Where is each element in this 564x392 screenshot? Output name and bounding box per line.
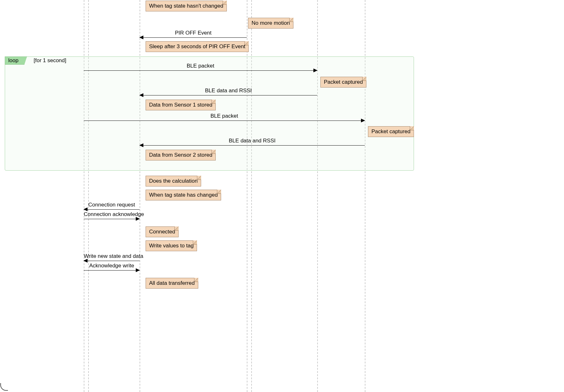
note-packet-captured-2: Packet captured <box>368 126 414 137</box>
note-sleep-pir-off: Sleep after 3 seconds of PIR OFF Event <box>146 41 249 52</box>
arrow-left-icon <box>83 207 88 211</box>
message-label: Connection request <box>84 202 140 208</box>
arrow-left-icon <box>139 143 143 147</box>
frame-corner <box>0 383 8 391</box>
message-label: BLE packet <box>84 113 365 119</box>
message-label: PIR OFF Event <box>140 30 247 36</box>
note-no-more-motion: No more motion <box>248 18 293 29</box>
message-write-state: Write new state and data <box>84 254 140 263</box>
message-label: Write new state and data <box>84 253 140 259</box>
arrow-right-icon <box>136 217 140 221</box>
message-label: BLE data and RSSI <box>140 88 317 94</box>
fragment-guard: [for 1 second] <box>34 57 66 64</box>
message-connection-request: Connection request <box>84 202 140 211</box>
note-calculation: Does the calculation <box>146 176 201 186</box>
arrow-left-icon <box>139 36 143 39</box>
note-tag-state-unchanged: When tag state hasn't changed <box>146 1 227 11</box>
message-label: Connection acknowledge <box>84 211 140 218</box>
fragment-operator: loop <box>5 56 27 65</box>
message-label: BLE data and RSSI <box>140 138 365 144</box>
arrow-left-icon <box>139 93 143 97</box>
note-connected: Connected <box>146 226 179 237</box>
note-write-values: Write values to tag <box>146 240 197 251</box>
note-all-data-transferred: All data transferred <box>146 278 198 289</box>
note-tag-state-changed: When tag state has changed <box>146 190 221 200</box>
sequence-diagram: When tag state hasn't changed No more mo… <box>0 0 564 392</box>
note-packet-captured-1: Packet captured <box>320 77 366 88</box>
message-ble-data-2: BLE data and RSSI <box>140 138 365 147</box>
message-label: BLE packet <box>84 63 317 69</box>
arrow-right-icon <box>313 69 318 72</box>
message-ble-data-1: BLE data and RSSI <box>140 88 317 97</box>
note-sensor2-stored: Data from Sensor 2 stored <box>146 150 216 160</box>
message-pir-off: PIR OFF Event <box>140 30 247 39</box>
message-connection-ack: Connection acknowledge <box>84 212 140 221</box>
message-ack-write: Acknowledge write <box>84 263 140 272</box>
note-sensor1-stored: Data from Sensor 1 stored <box>146 100 216 110</box>
message-label: Acknowledge write <box>84 263 140 269</box>
arrow-right-icon <box>361 119 365 122</box>
arrow-left-icon <box>83 259 88 263</box>
message-ble-packet-1: BLE packet <box>84 63 317 72</box>
message-ble-packet-2: BLE packet <box>84 114 365 122</box>
arrow-right-icon <box>136 268 140 272</box>
